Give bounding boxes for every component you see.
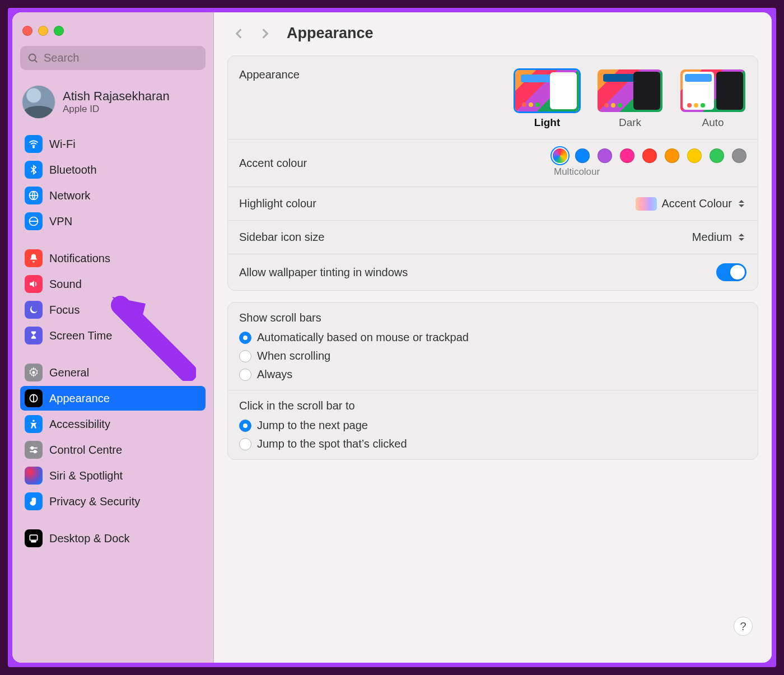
help-button[interactable]: ? bbox=[734, 617, 753, 636]
sidebar-item-accessibility[interactable]: Accessibility bbox=[20, 412, 206, 436]
svg-rect-12 bbox=[30, 535, 37, 540]
account-row[interactable]: Atish Rajasekharan Apple ID bbox=[20, 82, 206, 132]
svg-line-1 bbox=[35, 59, 37, 62]
speaker-icon bbox=[25, 275, 43, 293]
radio-icon bbox=[239, 350, 251, 362]
svg-point-7 bbox=[32, 420, 34, 422]
close-icon[interactable] bbox=[22, 26, 32, 36]
appearance-option-label: Auto bbox=[702, 117, 724, 129]
sidebar-item-privacy[interactable]: Privacy & Security bbox=[20, 489, 206, 514]
sidebar-item-label: Network bbox=[49, 189, 90, 202]
appearance-options: Light Dark bbox=[514, 68, 746, 129]
sidebar-item-label: Siri & Spotlight bbox=[49, 469, 123, 482]
page-title: Appearance bbox=[287, 25, 374, 42]
search-icon bbox=[27, 52, 39, 64]
sidebar-group-network: Wi-Fi Bluetooth Network VPN bbox=[20, 132, 206, 234]
scrollclick-option[interactable]: Jump to the next page bbox=[239, 419, 746, 432]
accent-color-option[interactable] bbox=[553, 148, 567, 163]
svg-point-0 bbox=[29, 54, 36, 60]
radio-icon bbox=[239, 438, 251, 450]
sidebar-item-focus[interactable]: Focus bbox=[20, 297, 206, 322]
sidebar-item-label: Appearance bbox=[49, 392, 110, 405]
sidebar-item-siri[interactable]: Siri & Spotlight bbox=[20, 463, 206, 488]
sidebar-item-controlcentre[interactable]: Control Centre bbox=[20, 437, 206, 462]
accessibility-icon bbox=[25, 415, 43, 433]
accent-color-option[interactable] bbox=[710, 148, 724, 163]
tinting-toggle[interactable] bbox=[716, 263, 746, 281]
window-controls bbox=[20, 22, 206, 46]
bell-icon bbox=[25, 249, 43, 267]
highlight-label: Highlight colour bbox=[239, 197, 316, 210]
sidebar-icon-size-label: Sidebar icon size bbox=[239, 231, 324, 244]
sidebar-icon-size-select[interactable]: Medium bbox=[692, 231, 746, 244]
search-input[interactable] bbox=[44, 52, 199, 64]
scrollbars-title: Show scroll bars bbox=[239, 311, 746, 324]
content-pane: Appearance Appearance Light bbox=[214, 12, 772, 663]
sliders-icon bbox=[25, 441, 43, 459]
search-field[interactable] bbox=[20, 46, 206, 70]
account-name: Atish Rajasekharan bbox=[63, 89, 170, 104]
sidebar-item-label: Focus bbox=[49, 304, 80, 316]
appearance-option-label: Dark bbox=[619, 117, 641, 129]
accent-color-option[interactable] bbox=[665, 148, 679, 163]
accent-color-option[interactable] bbox=[575, 148, 590, 163]
sidebar-item-vpn[interactable]: VPN bbox=[20, 209, 206, 234]
scrollbars-option[interactable]: Automatically based on mouse or trackpad bbox=[239, 331, 746, 344]
appearance-label: Appearance bbox=[239, 68, 300, 81]
sidebar-item-wifi[interactable]: Wi-Fi bbox=[20, 132, 206, 156]
sidebar-item-label: Notifications bbox=[49, 252, 110, 265]
globe-icon bbox=[25, 187, 43, 204]
appearance-icon bbox=[25, 389, 43, 407]
hand-icon bbox=[25, 492, 43, 510]
radio-icon bbox=[239, 369, 251, 381]
titlebar: Appearance bbox=[214, 12, 772, 50]
forward-button[interactable] bbox=[256, 25, 273, 42]
appearance-option-auto[interactable] bbox=[679, 68, 746, 113]
accent-color-option[interactable] bbox=[687, 148, 702, 163]
highlight-value: Accent Colour bbox=[661, 197, 732, 210]
back-button[interactable] bbox=[231, 25, 248, 42]
sidebar-item-network[interactable]: Network bbox=[20, 183, 206, 208]
tinting-label: Allow wallpaper tinting in windows bbox=[239, 266, 408, 279]
svg-point-10 bbox=[31, 447, 34, 449]
moon-icon bbox=[25, 301, 43, 319]
sidebar-group-desktop: Desktop & Dock bbox=[20, 526, 206, 551]
scroll-panel: Show scroll bars Automatically based on … bbox=[227, 302, 758, 460]
accent-color-option[interactable] bbox=[598, 148, 612, 163]
highlight-select[interactable]: Accent Colour bbox=[636, 197, 746, 211]
accent-color-option[interactable] bbox=[642, 148, 657, 163]
accent-color-picker bbox=[553, 148, 746, 163]
sidebar-item-label: Wi-Fi bbox=[49, 138, 76, 151]
sidebar-icon-size-value: Medium bbox=[692, 231, 732, 244]
gear-icon bbox=[25, 364, 43, 381]
sidebar-item-label: Control Centre bbox=[49, 444, 122, 457]
scrollclick-title: Click in the scroll bar to bbox=[239, 399, 746, 412]
highlight-swatch-icon bbox=[636, 197, 657, 211]
svg-point-2 bbox=[33, 147, 34, 148]
sidebar-item-desktop[interactable]: Desktop & Dock bbox=[20, 526, 206, 551]
sidebar-item-appearance[interactable]: Appearance bbox=[20, 386, 206, 411]
appearance-option-light[interactable] bbox=[514, 68, 581, 113]
appearance-panel: Appearance Light Dark bbox=[227, 55, 758, 291]
hourglass-icon bbox=[25, 327, 43, 345]
zoom-icon[interactable] bbox=[54, 26, 64, 36]
appearance-option-dark[interactable] bbox=[596, 68, 664, 113]
accent-color-option[interactable] bbox=[732, 148, 746, 163]
accent-color-option[interactable] bbox=[620, 148, 634, 163]
sidebar-item-general[interactable]: General bbox=[20, 360, 206, 385]
accent-sublabel: Multicolour bbox=[553, 166, 600, 178]
sidebar-item-bluetooth[interactable]: Bluetooth bbox=[20, 157, 206, 182]
updown-icon bbox=[736, 198, 746, 210]
sidebar-item-label: General bbox=[49, 366, 89, 379]
scrollbars-option[interactable]: When scrolling bbox=[239, 350, 746, 362]
minimize-icon[interactable] bbox=[38, 26, 48, 36]
accent-label: Accent colour bbox=[239, 157, 307, 170]
sidebar-item-notifications[interactable]: Notifications bbox=[20, 246, 206, 271]
sidebar-item-screentime[interactable]: Screen Time bbox=[20, 323, 206, 348]
sidebar-item-sound[interactable]: Sound bbox=[20, 272, 206, 296]
scrollclick-option[interactable]: Jump to the spot that’s clicked bbox=[239, 437, 746, 450]
sidebar-item-label: Desktop & Dock bbox=[49, 532, 129, 545]
scrollbars-option[interactable]: Always bbox=[239, 368, 746, 381]
bluetooth-icon bbox=[25, 161, 43, 179]
dock-icon bbox=[25, 529, 43, 547]
